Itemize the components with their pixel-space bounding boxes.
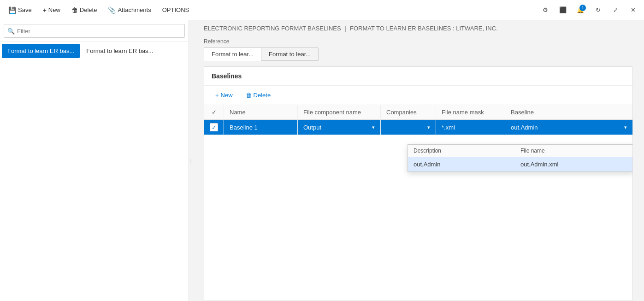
table-body: ✓ Baseline 1 Output ▾ [204,120,632,135]
expand-btn[interactable]: ⤢ [608,3,623,18]
row-check-cell: ✓ [204,120,224,135]
row-checkbox[interactable]: ✓ [210,123,218,131]
filter-input[interactable] [4,24,185,38]
col-name[interactable]: Name [224,105,298,120]
close-icon: ✕ [631,6,636,13]
breadcrumb-separator: | [345,25,346,32]
baselines-new-label: New [221,92,233,99]
refresh-icon: ↻ [596,6,601,13]
sidebar-items-list: Format to learn ER bas... Format to lear… [0,42,189,60]
close-btn[interactable]: ✕ [626,3,640,18]
content-area: ELECTRONIC REPORTING FORMAT BASELINES | … [193,20,644,301]
reference-tab-2[interactable]: Format to lear... [261,47,319,61]
office-icon-btn[interactable]: ⬛ [555,3,570,18]
baseline-dropdown-popup: Description File name out.Admin out.Admi… [408,144,632,172]
baselines-table-container: ✓ Name File component name Companies [204,105,632,301]
options-label: OPTIONS [162,6,189,13]
table-header: ✓ Name File component name Companies [204,105,632,120]
col-check: ✓ [204,105,224,120]
popup-col-description: Description [414,148,520,154]
plus-icon: + [43,6,47,14]
col-file-component[interactable]: File component name [298,105,381,120]
notification-btn[interactable]: 🔔 1 [573,3,588,18]
baseline-header: Baseline [511,109,534,116]
main-toolbar: 💾 Save + New 🗑 Delete 📎 Attachments OPTI… [0,0,644,20]
dropdown-popup-header: Description File name [408,145,632,157]
dropdown-popup-row-0[interactable]: out.Admin out.Admin.xml [408,157,632,171]
row-companies-cell[interactable]: ▾ [381,120,436,135]
row-file-component-cell[interactable]: Output ▾ [298,120,381,135]
reference-tabs: Format to lear... Format to lear... [204,47,633,61]
new-button[interactable]: + New [38,4,65,17]
table-row[interactable]: ✓ Baseline 1 Output ▾ [204,120,632,135]
breadcrumb: ELECTRONIC REPORTING FORMAT BASELINES | … [193,20,644,36]
sidebar-item-0[interactable]: Format to learn ER bas... [2,44,80,58]
col-companies[interactable]: Companies [381,105,436,120]
toolbar-right-actions: ⚙ ⬛ 🔔 1 ↻ ⤢ ✕ [538,3,640,18]
file-component-header: File component name [303,109,361,116]
filter-wrapper: 🔍 [4,24,185,38]
reference-tab-1[interactable]: Format to lear... [204,47,261,61]
baseline-value: out.Admin [511,124,538,131]
filter-box: 🔍 [0,20,189,42]
name-header: Name [230,109,246,116]
file-mask-value: *.xml [442,124,455,131]
notification-badge: 1 [579,5,586,11]
attachment-icon: 📎 [108,6,116,14]
delete-button[interactable]: 🗑 Delete [67,4,102,17]
options-button[interactable]: OPTIONS [158,4,194,16]
popup-filename-value: out.Admin.xml [520,161,627,168]
baselines-toolbar: + New 🗑 Delete [204,86,632,105]
breadcrumb-part1: ELECTRONIC REPORTING FORMAT BASELINES [204,25,341,32]
attachments-button[interactable]: 📎 Attachments [103,4,155,17]
row-file-mask-cell: *.xml [436,120,505,135]
reference-label: Reference [204,38,633,45]
baseline-dropdown[interactable]: out.Admin ▾ [511,124,627,131]
file-mask-header: File name mask [442,109,484,116]
baselines-delete-icon: 🗑 [246,92,252,99]
settings-icon: ⚙ [543,6,548,13]
baselines-delete-label: Delete [254,92,271,99]
table-header-row: ✓ Name File component name Companies [204,105,632,120]
resize-handle[interactable]: ⋮ [189,20,193,301]
baselines-panel: Baselines + New 🗑 Delete ✓ [204,66,633,301]
dropdown-arrow-icon: ▾ [372,124,375,130]
new-label: New [48,6,60,13]
baselines-table: ✓ Name File component name Companies [204,105,632,135]
sidebar-item-1[interactable]: Format to learn ER bas... [81,44,159,58]
companies-header: Companies [386,109,417,116]
reference-section: Reference Format to lear... Format to le… [193,36,644,66]
check-header: ✓ [212,109,217,116]
settings-icon-btn[interactable]: ⚙ [538,3,553,18]
sidebar: 🔍 Format to learn ER bas... Format to le… [0,20,189,301]
col-baseline[interactable]: Baseline [505,105,633,120]
file-component-dropdown[interactable]: Output ▾ [303,124,375,131]
delete-label: Delete [80,6,97,13]
baselines-new-icon: + [215,92,219,99]
delete-icon: 🗑 [71,6,78,14]
popup-description-value: out.Admin [414,161,520,168]
expand-icon: ⤢ [613,6,618,13]
breadcrumb-part2: FORMAT TO LEARN ER BASELINES : LITWARE, … [350,25,498,32]
office-icon: ⬛ [559,6,567,13]
companies-dropdown[interactable]: ▾ [386,124,430,130]
row-name-cell: Baseline 1 [224,120,298,135]
save-icon: 💾 [8,6,16,14]
row-baseline-cell[interactable]: out.Admin ▾ [505,120,633,135]
companies-dropdown-arrow-icon: ▾ [427,124,430,130]
baselines-delete-button[interactable]: 🗑 Delete [240,89,277,101]
baselines-title: Baselines [204,67,632,86]
refresh-btn[interactable]: ↻ [591,3,605,18]
attachments-label: Attachments [118,6,151,13]
popup-col-filename: File name [520,148,627,154]
filter-search-icon: 🔍 [7,28,15,35]
row-name-value: Baseline 1 [230,124,258,131]
col-file-mask[interactable]: File name mask [436,105,505,120]
baseline-dropdown-arrow-icon: ▾ [624,124,627,130]
main-container: 🔍 Format to learn ER bas... Format to le… [0,20,644,301]
save-label: Save [18,6,32,13]
file-component-value: Output [303,124,321,131]
baselines-new-button[interactable]: + New [210,89,238,101]
save-button[interactable]: 💾 Save [4,4,36,17]
